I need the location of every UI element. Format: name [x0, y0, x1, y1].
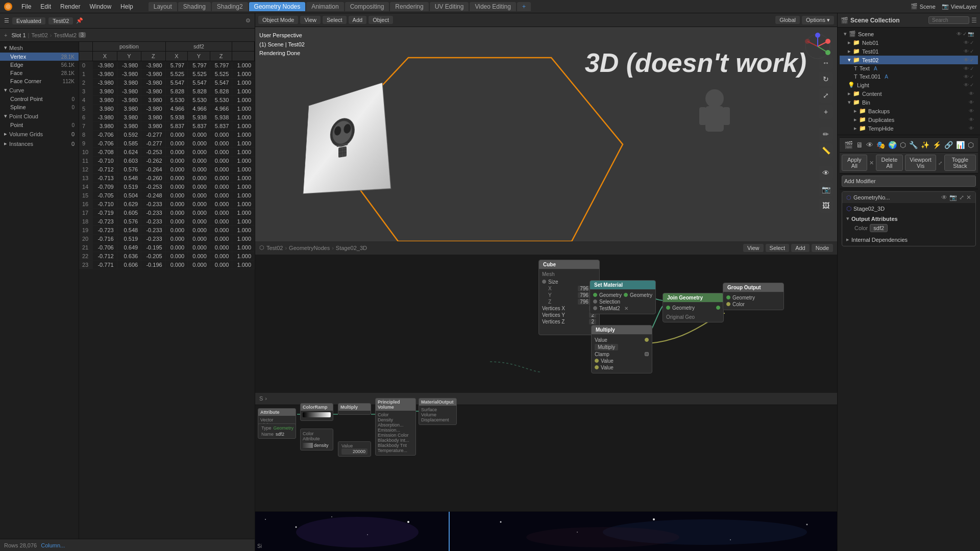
join-geometry-node[interactable]: Join Geometry Geometry Original Geo	[663, 293, 724, 322]
apply-all-btn[interactable]: Apply All	[842, 155, 867, 171]
geo-mod-name[interactable]: GeometryNo...	[853, 194, 939, 201]
menu-help[interactable]: Help	[116, 2, 137, 11]
node-path-stage[interactable]: Stage02_3D	[336, 245, 367, 251]
tab-rendering[interactable]: Rendering	[390, 2, 428, 11]
tmp-eye-icon[interactable]: 👁	[969, 126, 974, 131]
neb-eye-icon[interactable]: 👁	[964, 40, 969, 45]
internal-deps-expand[interactable]: ▸	[846, 236, 849, 243]
render-icon[interactable]: 📷	[968, 31, 974, 37]
node-path-object[interactable]: Test02	[266, 245, 283, 251]
annotate-tool[interactable]: ✏	[819, 127, 833, 141]
node-menu[interactable]: Node	[812, 244, 833, 252]
add-modifier-btn[interactable]: Add Modifier	[842, 176, 976, 187]
material-output-node[interactable]: MaterialOutput Surface Volume Displaceme…	[419, 398, 457, 425]
text001-eye-icon[interactable]: 👁	[964, 74, 969, 80]
tab-animation[interactable]: Animation	[306, 2, 344, 11]
scale-tool[interactable]: ⤢	[819, 88, 833, 103]
apply-close-icon[interactable]: ✕	[869, 160, 874, 166]
face-corner-item[interactable]: Face Corner 112K	[0, 77, 79, 85]
world-props-icon[interactable]: 🌍	[887, 140, 898, 150]
add-menu[interactable]: Add	[791, 244, 810, 252]
multiply-node[interactable]: Multiply Value Multiply Clamp	[591, 325, 652, 373]
multiply-mat-node[interactable]: Multiply	[338, 403, 371, 415]
geo-mod-render-icon[interactable]: 📷	[949, 194, 957, 201]
viewport-mode-btn[interactable]: Object Mode	[258, 16, 298, 24]
spline-item[interactable]: Spline 0	[0, 103, 79, 111]
collection-neb01[interactable]: ▸ 📁 Neb01 👁 ✓	[840, 38, 978, 47]
dup-eye-icon[interactable]: 👁	[969, 117, 974, 122]
path-object[interactable]: Test02	[31, 32, 47, 38]
tab-video-editing[interactable]: Video Editing	[470, 2, 516, 11]
check-icon[interactable]: ✓	[963, 31, 967, 37]
render-props-icon[interactable]: 🎬	[843, 140, 854, 150]
item-text[interactable]: T Text A 👁 ✓	[840, 64, 978, 72]
material-editor[interactable]: S › Attribute Vector Alpha ColorRamp Mul…	[255, 393, 837, 512]
menu-file[interactable]: File	[17, 2, 35, 11]
modifier-props-icon[interactable]: 🔧	[908, 140, 919, 150]
control-point-item[interactable]: Control Point 0	[0, 95, 79, 103]
principled-vol-node[interactable]: Principled Volume Color Density Absorpti…	[375, 398, 416, 456]
neb-check-icon[interactable]: ✓	[970, 40, 974, 45]
collection-test02[interactable]: ▾ 📁 Test02 👁 ✓	[840, 56, 978, 64]
eye-icon[interactable]: 👁	[957, 31, 962, 37]
item-backups[interactable]: ▸ 📁 Backups 👁	[840, 107, 978, 115]
pin-icon[interactable]: 📌	[76, 17, 83, 24]
light-eye-icon[interactable]: 👁	[964, 82, 969, 88]
col-label[interactable]: Column...	[41, 542, 65, 548]
instances-section[interactable]: ▸ Instances 0	[0, 139, 79, 148]
backups-eye-icon[interactable]: 👁	[969, 108, 974, 114]
spreadsheet-mode-selector[interactable]: Evaluated	[12, 17, 45, 24]
scene-search[interactable]	[928, 16, 969, 24]
col-position[interactable]: position	[93, 42, 166, 52]
tab-shading[interactable]: Shading	[178, 2, 211, 11]
t01-check-icon[interactable]: ✓	[970, 48, 974, 54]
geo-mod-close-icon[interactable]: ✕	[966, 194, 971, 201]
text-eye-icon[interactable]: 👁	[964, 66, 969, 71]
close-mat-icon[interactable]: ✕	[624, 306, 628, 311]
group-output-node[interactable]: Group Output Geometry Color	[723, 283, 784, 310]
mesh-section-header[interactable]: ▾ Mesh	[0, 43, 79, 53]
object-props-icon[interactable]: ⬡	[899, 140, 907, 150]
tab-shading2[interactable]: Shading2	[212, 2, 248, 11]
scene-props-icon[interactable]: 🎭	[875, 140, 886, 150]
node-editor[interactable]: Cube Mesh Size X 796 m Y 796 m	[255, 255, 837, 393]
mat-props-icon[interactable]: ⬡	[967, 140, 975, 150]
multiply-val-node[interactable]: Value 20000	[338, 441, 371, 457]
t02-eye-icon[interactable]: 👁	[964, 57, 969, 63]
constraints-icon[interactable]: 🔗	[943, 140, 954, 150]
data-props-icon[interactable]: 📊	[955, 140, 966, 150]
tab-add[interactable]: +	[517, 2, 531, 11]
point-cloud-section[interactable]: ▾ Point Cloud	[0, 111, 79, 121]
viewport-select-btn[interactable]: Select	[323, 16, 347, 24]
viewport-object-btn[interactable]: Object	[369, 16, 393, 24]
tab-uv-editing[interactable]: UV Editing	[430, 2, 469, 11]
rotate-tool[interactable]: ↻	[819, 72, 833, 86]
scene-item[interactable]: ▾ 🎬 Scene 👁 ✓ 📷	[840, 30, 978, 38]
particles-props-icon[interactable]: ✨	[920, 140, 930, 150]
menu-edit[interactable]: Edit	[36, 2, 55, 11]
output-props-icon[interactable]: 🖥	[855, 140, 864, 150]
viewport-vis-btn[interactable]: Viewport Vis	[905, 155, 936, 171]
item-duplicates[interactable]: ▸ 📁 Duplicates 👁	[840, 115, 978, 124]
bin-eye-icon[interactable]: 👁	[969, 99, 974, 105]
select-menu[interactable]: Select	[766, 244, 790, 252]
view-props-icon[interactable]: 👁	[865, 140, 874, 150]
view-tool[interactable]: 👁	[819, 166, 833, 180]
t01-eye-icon[interactable]: 👁	[964, 48, 969, 54]
point-item[interactable]: Point 0	[0, 121, 79, 129]
spreadsheet-object[interactable]: Test02	[48, 17, 73, 24]
geo-mod-eye-icon[interactable]: 👁	[941, 194, 947, 201]
item-bin[interactable]: ▾ 📁 Bin 👁	[840, 98, 978, 107]
curve-section-header[interactable]: ▾ Curve	[0, 85, 79, 95]
stage-label[interactable]: Stage02_3D	[853, 206, 885, 212]
item-light[interactable]: 💡 Light 👁 ✓	[840, 81, 978, 89]
item-text001[interactable]: T Text.001 A 👁 ✓	[840, 72, 978, 81]
attr-type-node[interactable]: Type Geometry Name sdf2	[258, 423, 296, 439]
layer-label[interactable]: ViewLayer	[951, 4, 977, 10]
vertex-item[interactable]: Vertex 28.1K	[0, 53, 79, 61]
menu-render[interactable]: Render	[56, 2, 84, 11]
color-value[interactable]: sdf2	[870, 224, 888, 232]
physics-props-icon[interactable]: ⚡	[932, 140, 942, 150]
render-tool[interactable]: 🖼	[819, 198, 833, 213]
viewport-shading-selector[interactable]: Global	[775, 16, 800, 24]
